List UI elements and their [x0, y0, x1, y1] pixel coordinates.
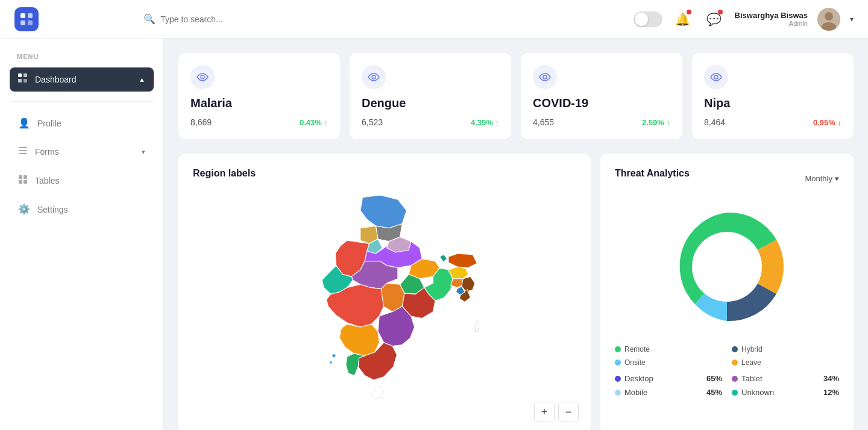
- svg-rect-15: [24, 175, 27, 179]
- zoom-out-button[interactable]: −: [558, 402, 579, 422]
- stat-card-nipa: Nipa 8,464 0.95% ↓: [692, 53, 854, 139]
- legend-item-onsite: Onsite: [615, 358, 722, 367]
- donut-chart: [615, 201, 839, 333]
- legend-label-hybrid: Hybrid: [741, 345, 763, 354]
- notification-badge: [687, 10, 691, 14]
- period-label: Monthly: [805, 174, 832, 183]
- onsite-dot: [615, 360, 621, 366]
- stat-legend-unknown: Unknown 12%: [732, 388, 839, 397]
- zoom-in-button[interactable]: +: [534, 402, 555, 422]
- bottom-panels: Region labels: [178, 154, 854, 430]
- unknown-dot: [732, 390, 738, 396]
- svg-rect-10: [24, 79, 27, 83]
- main-layout: MENU Dashboard ▲ 👤 Profile: [0, 39, 868, 430]
- sidebar-item-tables[interactable]: Tables: [10, 169, 154, 193]
- analytics-title: Threat Analytics: [615, 168, 690, 179]
- mobile-dot: [615, 390, 621, 396]
- sidebar: MENU Dashboard ▲ 👤 Profile: [0, 39, 164, 430]
- desktop-label: Desktop: [624, 374, 653, 383]
- remote-dot: [615, 346, 621, 352]
- dashboard-icon: [18, 73, 28, 86]
- stat-count-malaria: 8,669: [190, 117, 212, 127]
- search-bar: 🔍: [143, 13, 433, 25]
- legend-label-remote: Remote: [624, 345, 650, 354]
- svg-rect-9: [18, 79, 22, 83]
- eye-icon-malaria: [190, 65, 215, 89]
- messages-button[interactable]: 💬: [703, 8, 725, 30]
- user-role: Admin: [789, 20, 808, 27]
- svg-rect-14: [19, 175, 22, 179]
- stat-pct-covid: 2.59% ↑: [642, 118, 670, 127]
- svg-rect-1: [28, 13, 33, 18]
- stat-bottom-nipa: 8,464 0.95% ↓: [704, 117, 841, 127]
- user-name: Biswarghya Biswas: [735, 11, 808, 20]
- period-select[interactable]: Monthly ▾: [805, 174, 839, 183]
- notifications-button[interactable]: 🔔: [672, 8, 694, 30]
- svg-point-24: [692, 232, 762, 302]
- navbar: 🔍 🔔 💬 Biswarghya Biswas Admin ▾: [0, 0, 868, 39]
- svg-rect-8: [24, 73, 27, 77]
- forms-icon: [18, 146, 28, 158]
- tablet-pct: 34%: [823, 374, 839, 383]
- menu-label: MENU: [10, 53, 154, 60]
- map-title: Region labels: [193, 168, 576, 179]
- svg-rect-7: [18, 73, 22, 77]
- sidebar-item-label: Forms: [35, 147, 134, 157]
- unknown-pct: 12%: [823, 388, 839, 397]
- stat-legend-desktop: Desktop 65%: [615, 374, 722, 383]
- eye-icon-dengue: [362, 65, 386, 89]
- legend-label-leave: Leave: [741, 358, 761, 367]
- search-input[interactable]: [160, 14, 433, 24]
- sidebar-item-label: Dashboard: [35, 75, 131, 84]
- sidebar-item-profile[interactable]: 👤 Profile: [10, 111, 154, 135]
- map-panel: Region labels: [178, 154, 591, 430]
- tables-icon: [18, 175, 28, 187]
- message-badge: [718, 10, 723, 14]
- mobile-pct: 45%: [706, 388, 722, 397]
- legend-item-remote: Remote: [615, 345, 722, 354]
- avatar[interactable]: [817, 8, 840, 31]
- svg-point-19: [372, 75, 376, 79]
- sidebar-item-settings[interactable]: ⚙️ Settings: [10, 198, 154, 221]
- stat-legend-mobile: Mobile 45%: [615, 388, 722, 397]
- tablet-label: Tablet: [741, 374, 763, 383]
- legend-item-leave: Leave: [732, 358, 839, 367]
- svg-point-5: [825, 12, 833, 20]
- stat-count-nipa: 8,464: [704, 117, 725, 127]
- stat-legend-tablet: Tablet 34%: [732, 374, 839, 383]
- sidebar-item-label: Tables: [35, 176, 145, 185]
- stat-pct-dengue: 4.35% ↑: [471, 118, 499, 127]
- svg-rect-12: [19, 150, 27, 151]
- theme-toggle[interactable]: [634, 11, 662, 27]
- stat-card-covid: COVID-19 4,655 2.59% ↑: [521, 53, 682, 139]
- logo[interactable]: [14, 7, 39, 31]
- user-menu-chevron[interactable]: ▾: [850, 15, 854, 23]
- svg-rect-3: [28, 20, 33, 25]
- svg-rect-11: [19, 147, 27, 148]
- stat-bottom-dengue: 6,523 4.35% ↑: [362, 117, 499, 127]
- stat-bottom-malaria: 8,669 0.43% ↑: [190, 117, 328, 127]
- svg-rect-16: [19, 180, 22, 184]
- settings-icon: ⚙️: [18, 204, 30, 215]
- eye-icon-covid: [533, 65, 557, 89]
- sidebar-item-dashboard[interactable]: Dashboard ▲: [10, 67, 154, 92]
- desktop-pct: 65%: [706, 374, 722, 383]
- user-info: Biswarghya Biswas Admin: [735, 11, 808, 27]
- eye-icon-nipa: [704, 65, 728, 89]
- stat-legend: Desktop 65% Tablet 34% Mobile 45%: [615, 374, 839, 397]
- svg-rect-17: [24, 180, 27, 184]
- search-icon: 🔍: [143, 13, 156, 25]
- stat-count-covid: 4,655: [533, 117, 554, 127]
- content: Malaria 8,669 0.43% ↑ Dengue 6: [164, 39, 868, 430]
- sidebar-chevron-dashboard: ▲: [139, 76, 145, 83]
- svg-point-21: [714, 75, 718, 79]
- stat-pct-nipa: 0.95% ↓: [813, 118, 841, 127]
- sidebar-chevron-forms: ▾: [142, 148, 145, 156]
- sidebar-divider: [10, 101, 154, 102]
- legend-top: Remote Hybrid Onsite Leave: [615, 345, 839, 367]
- sidebar-item-forms[interactable]: Forms ▾: [10, 140, 154, 164]
- svg-point-22: [332, 354, 336, 358]
- india-map: [193, 189, 576, 417]
- stat-name-malaria: Malaria: [190, 96, 328, 110]
- stat-bottom-covid: 4,655 2.59% ↑: [533, 117, 670, 127]
